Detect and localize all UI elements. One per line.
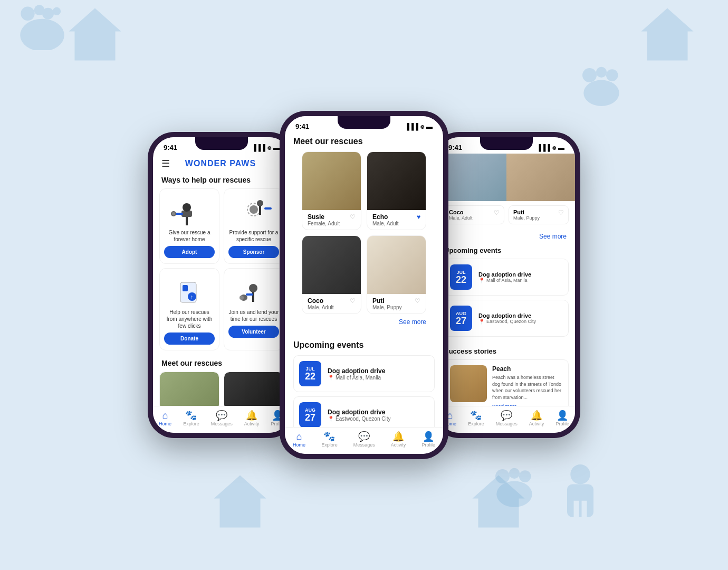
left-nav-home-label: Home [159, 421, 171, 426]
right-success-title: Success stories [444, 341, 569, 359]
echo-heart[interactable]: ♥ [417, 213, 420, 221]
right-event-2-location: 📍 Eastwood, Quezon City [478, 319, 536, 325]
right-location-icon-2: 📍 [478, 319, 485, 325]
adopt-button[interactable]: Adopt [164, 246, 215, 258]
peach-text: Peach was a homeless street dog found in… [492, 374, 563, 401]
right-event-1-details: Dog adoption drive 📍 Mall of Asia, Manil… [478, 271, 531, 283]
right-wifi-icon: ⌾ [552, 144, 556, 151]
right-nav-explore-label: Explore [468, 421, 484, 426]
wifi-icon: ⌾ [267, 144, 271, 151]
right-activity-icon: 🔔 [531, 411, 542, 420]
donate-button[interactable]: Donate [164, 332, 215, 345]
right-phone: 9:41 ▐▐▐ ⌾ ▬ Coco [433, 132, 580, 438]
svg-rect-27 [574, 501, 579, 517]
right-coco-heart[interactable]: ♡ [494, 209, 500, 216]
susie-name: Susie [308, 213, 340, 221]
right-puti-heart[interactable]: ♡ [558, 209, 564, 216]
right-event-1-day: 22 [456, 275, 466, 284]
svg-rect-44 [252, 291, 254, 302]
left-phone-screen: 9:41 ▐▐▐ ⌾ ▬ ☰ WONDER PAWS Ways to help … [153, 137, 290, 433]
volunteer-label: Join us and lend your time for our rescu… [228, 309, 279, 322]
center-see-more-rescues[interactable]: See more [293, 314, 435, 330]
left-nav-activity-label: Activity [244, 421, 260, 426]
ways-grid: Give our rescue a forever home Adopt [153, 188, 290, 350]
center-event-2-date: AUG 27 [299, 402, 321, 427]
left-nav-messages[interactable]: 💬 Messages [211, 411, 233, 426]
susie-heart[interactable]: ♡ [350, 213, 356, 221]
svg-point-16 [495, 469, 510, 483]
signal-icon: ▐▐▐ [252, 144, 265, 151]
center-nav-profile[interactable]: 👤 Profile [422, 432, 435, 448]
adopt-illustration [171, 194, 208, 226]
puti-heart[interactable]: ♡ [415, 297, 420, 305]
center-rescues-section: Meet our rescues Susie Female, Adult ♡ [285, 132, 443, 332]
sponsor-illustration [235, 194, 272, 226]
center-nav-explore[interactable]: 🐾 Explore [321, 432, 338, 448]
center-nav-activity[interactable]: 🔔 Activity [391, 432, 406, 448]
sponsor-button[interactable]: Sponsor [228, 246, 279, 258]
right-top-images [438, 154, 575, 201]
svg-point-36 [250, 205, 258, 214]
svg-point-38 [257, 200, 263, 206]
right-messages-icon: 💬 [501, 411, 512, 420]
svg-rect-39 [264, 207, 272, 210]
svg-point-7 [582, 68, 597, 82]
svg-point-9 [606, 69, 618, 81]
center-nav-home[interactable]: ⌂ Home [293, 432, 305, 448]
left-nav-home[interactable]: ⌂ Home [159, 411, 171, 426]
left-nav-messages-label: Messages [211, 421, 233, 426]
peach-image [450, 365, 487, 402]
right-nav-profile-label: Profile [555, 421, 569, 426]
right-pet-coco-details: Male, Adult [449, 215, 473, 221]
right-nav-messages[interactable]: 💬 Messages [496, 411, 518, 426]
left-screen-content: ☰ WONDER PAWS Ways to help our rescues [153, 154, 290, 406]
hamburger-menu[interactable]: ☰ [161, 158, 170, 169]
right-pet-coco: Coco Male, Adult ♡ [444, 205, 504, 224]
location-icon-1: 📍 [328, 375, 334, 381]
coco-details: Male, Adult [308, 305, 333, 310]
puti-image [367, 236, 426, 294]
center-nav-home-label: Home [293, 442, 305, 448]
right-main-content: Upcoming events JUL 22 Dog adoption driv… [438, 244, 575, 406]
right-events-title: Upcoming events [444, 244, 569, 259]
explore-icon: 🐾 [185, 411, 197, 420]
right-nav-explore[interactable]: 🐾 Explore [468, 411, 484, 426]
center-wifi-icon: ⌾ [420, 123, 424, 130]
right-nav-profile[interactable]: 👤 Profile [555, 411, 569, 426]
left-status-icons: ▐▐▐ ⌾ ▬ [252, 144, 280, 151]
coco-heart[interactable]: ♡ [350, 297, 356, 305]
right-nav-activity[interactable]: 🔔 Activity [529, 411, 544, 426]
center-event-2-location: 📍 Eastwood, Quezon City [328, 416, 391, 422]
right-see-more-1[interactable]: See more [438, 229, 575, 244]
center-nav-explore-label: Explore [321, 442, 338, 448]
svg-rect-29 [186, 216, 188, 225]
svg-marker-20 [473, 476, 525, 528]
svg-point-25 [570, 464, 590, 484]
peach-content: Peach Peach was a homeless street dog fo… [492, 365, 563, 406]
susie-details: Female, Adult [308, 221, 340, 226]
center-event-1-date: JUL 22 [299, 361, 321, 386]
location-icon-2: 📍 [328, 416, 334, 422]
center-battery-icon: ▬ [426, 123, 433, 130]
volunteer-button[interactable]: Volunteer [228, 326, 279, 338]
puti-name: Puti [372, 297, 402, 305]
left-nav-activity[interactable]: 🔔 Activity [244, 411, 260, 426]
right-pet-puti-details: Male, Puppy [513, 215, 540, 221]
right-location-icon-1: 📍 [478, 278, 485, 283]
right-bottom-nav: ⌂ Home 🐾 Explore 💬 Messages 🔔 Activity 👤 [438, 406, 575, 433]
echo-details: Male, Adult [372, 221, 398, 226]
svg-text:↑: ↑ [190, 294, 193, 300]
svg-point-10 [583, 80, 619, 107]
volunteer-card: Join us and lend your time for our rescu… [224, 268, 284, 350]
right-notch [480, 137, 533, 150]
center-nav-messages[interactable]: 💬 Messages [353, 432, 375, 448]
center-home-icon: ⌂ [296, 432, 302, 441]
left-nav-explore[interactable]: 🐾 Explore [183, 411, 199, 426]
adopt-card: Give our rescue a forever home Adopt [159, 188, 219, 264]
svg-point-3 [53, 7, 61, 15]
right-event-1-location: 📍 Mall of Asia, Manila [478, 278, 531, 283]
svg-rect-26 [567, 484, 593, 518]
right-event-2-date: AUG 27 [450, 306, 472, 331]
echo-image [367, 152, 426, 210]
left-status-time: 9:41 [164, 144, 177, 151]
